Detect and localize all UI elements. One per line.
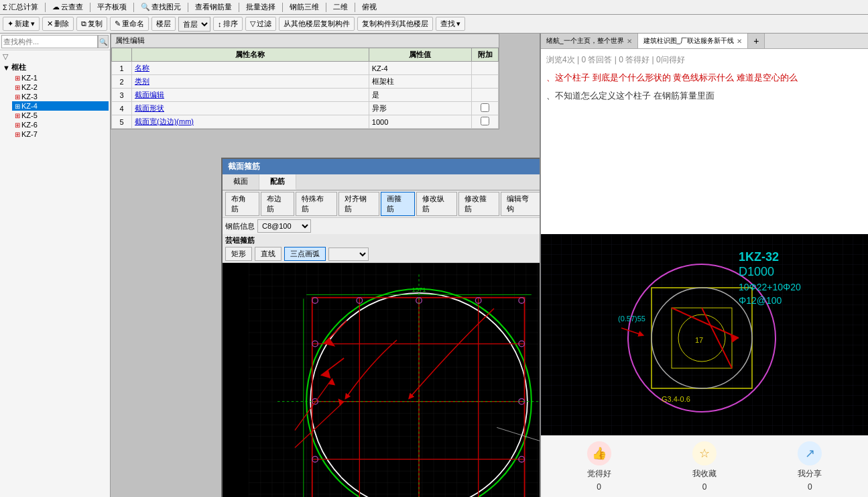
tab-section[interactable]: 截面 xyxy=(223,174,259,190)
tab-home-close[interactable]: ✕ xyxy=(627,38,632,45)
kz7-label: KZ-7 xyxy=(21,130,38,138)
tree-item-kz7[interactable]: ⊞ KZ-7 xyxy=(12,129,109,139)
collapse-icon: ▼ xyxy=(3,64,10,72)
rename-icon: ✎ xyxy=(115,19,121,28)
bottom-actions: 👍 觉得好 0 ☆ 我收藏 0 ↗ 我分享 0 xyxy=(541,435,868,497)
tree-item-root[interactable]: ▼ 框柱 xyxy=(1,62,109,73)
search-input[interactable] xyxy=(1,35,98,48)
col-add: 附加 xyxy=(472,48,499,62)
row4-add[interactable] xyxy=(472,102,499,115)
btn-arc[interactable]: 三点画弧 xyxy=(284,247,326,261)
tree-item-kz1[interactable]: ⊞ KZ-1 xyxy=(12,73,109,82)
btn-filter[interactable]: ▽ 过滤 xyxy=(245,17,276,31)
btn-new[interactable]: ✦ 新建 ▾ xyxy=(3,17,40,31)
row3-num: 3 xyxy=(112,89,132,102)
btn-floor[interactable]: 楼层 xyxy=(151,17,176,31)
dialog-title: 截面箍筋 ✕ xyxy=(223,159,540,174)
action-star[interactable]: ☆ 我收藏 0 xyxy=(692,441,717,492)
btn-rename[interactable]: ✎ 重命名 xyxy=(110,17,149,31)
btn-modify-stirrup[interactable]: 修改箍筋 xyxy=(458,192,499,216)
btn-line[interactable]: 直线 xyxy=(255,247,282,261)
col-name: 属性名称 xyxy=(132,48,369,62)
row4-checkbox[interactable] xyxy=(481,103,489,112)
tree-root-label: 框柱 xyxy=(11,62,26,72)
row1-value[interactable]: KZ-4 xyxy=(369,62,471,75)
like-label: 觉得好 xyxy=(587,468,611,480)
sep1 xyxy=(45,3,46,12)
btn-delete[interactable]: ✕ 删除 xyxy=(42,17,74,31)
toolbar-sum[interactable]: Σ 汇总计算 xyxy=(3,2,38,12)
attr-row-2: 2 类别 框架柱 xyxy=(112,75,499,89)
top-toolbar: Σ 汇总计算 ☁ 云查查 平齐板项 🔍 查找图元 查看钢筋量 批量选择 钢筋三维… xyxy=(0,0,868,15)
sort-icon: ↕ xyxy=(218,20,222,28)
btn-edge-rebar[interactable]: 布边筋 xyxy=(261,192,295,216)
tab-building[interactable]: 建筑柱识图_厂联达服务新干线 ✕ xyxy=(638,34,749,48)
svg-text:Φ12@100: Φ12@100 xyxy=(739,295,782,306)
sub-select[interactable] xyxy=(328,247,369,261)
browser-tabs: 绪航_一个主页，整个世界 ✕ 建筑柱识图_厂联达服务新干线 ✕ + xyxy=(541,34,868,49)
btn-align-rebar[interactable]: 对齐钢筋 xyxy=(338,192,379,216)
btn-modify-longit[interactable]: 修改纵筋 xyxy=(416,192,457,216)
row5-checkbox[interactable] xyxy=(481,117,489,125)
btn-rect[interactable]: 矩形 xyxy=(225,247,252,261)
sub-row: 矩形 直线 三点画弧 xyxy=(225,247,540,261)
sum-icon: Σ xyxy=(3,3,7,11)
tab-home[interactable]: 绪航_一个主页，整个世界 ✕ xyxy=(541,34,638,48)
btn-corner-rebar[interactable]: 布角筋 xyxy=(225,192,259,216)
kz-icon-3: ⊞ xyxy=(15,93,20,101)
toolbar-cloud[interactable]: ☁ 云查查 xyxy=(52,2,83,12)
delete-icon: ✕ xyxy=(47,19,53,28)
row2-name[interactable]: 类别 xyxy=(132,75,369,89)
toolbar-view[interactable]: 俯视 xyxy=(362,2,377,12)
floor-select[interactable]: 首层 xyxy=(178,17,210,32)
row5-name[interactable]: 截面宽(边边)(mm) xyxy=(132,115,369,129)
toolbar-batch[interactable]: 批量选择 xyxy=(246,2,275,12)
sep5 xyxy=(239,3,239,12)
dialog-toolbar: 布角筋 布边筋 特殊布筋 对齐钢筋 画箍筋 修改纵筋 修改箍筋 编辑弯钩 端头伸… xyxy=(223,190,540,218)
btn-sort[interactable]: ↕ 排序 xyxy=(213,17,243,31)
tree-item-kz6[interactable]: ⊞ KZ-6 xyxy=(12,120,109,129)
row2-value[interactable]: 框架柱 xyxy=(369,75,471,89)
btn-copy[interactable]: ⧉ 复制 xyxy=(76,17,107,31)
tree-item-kz4[interactable]: ⊞ KZ-4 xyxy=(12,101,109,111)
search-button[interactable]: 🔍 xyxy=(98,35,109,48)
btn-copy-floor[interactable]: 从其他楼层复制构件 xyxy=(279,17,355,31)
btn-special-rebar[interactable]: 特殊布筋 xyxy=(296,192,336,216)
row1-name[interactable]: 名称 xyxy=(132,62,369,75)
row3-name[interactable]: 截面编辑 xyxy=(132,89,369,102)
btn-draw-stirrup[interactable]: 画箍筋 xyxy=(381,192,415,216)
kz-icon-5: ⊞ xyxy=(15,112,20,119)
rebar-info-row: 钢筋信息 C8@100 xyxy=(223,218,540,234)
row3-value[interactable]: 是 xyxy=(369,89,471,102)
section-svg: 1571 1371 全部纵筋 16C22 xyxy=(223,263,540,497)
col-value: 属性值 xyxy=(369,48,471,62)
row5-value[interactable]: 1000 xyxy=(369,115,471,129)
toolbar-rebar[interactable]: 查看钢筋量 xyxy=(195,2,232,12)
btn-copy-to-floor[interactable]: 复制构件到其他楼层 xyxy=(357,17,433,31)
left-panel: 🔍 ▽ ▼ 框柱 ⊞ KZ-1 ⊞ KZ-2 xyxy=(0,34,111,497)
row4-value[interactable]: 异形 xyxy=(369,102,471,115)
star-icon: ☆ xyxy=(692,441,717,465)
tree-children: ⊞ KZ-1 ⊞ KZ-2 ⊞ KZ-3 ⊞ KZ-4 ⊞ KZ-5 xyxy=(1,73,109,139)
toolbar-find[interactable]: 🔍 查找图元 xyxy=(141,2,181,12)
toolbar-2d[interactable]: 二维 xyxy=(333,2,348,12)
row5-add[interactable] xyxy=(472,115,499,129)
tree-item-kz2[interactable]: ⊞ KZ-2 xyxy=(12,82,109,92)
tree-item-kz5[interactable]: ⊞ KZ-5 xyxy=(12,111,109,120)
action-like[interactable]: 👍 觉得好 0 xyxy=(587,441,611,492)
row4-name[interactable]: 截面形状 xyxy=(132,102,369,115)
kz4-label: KZ-4 xyxy=(21,102,38,110)
btn-edit-hook[interactable]: 编辑弯钩 xyxy=(501,192,540,216)
rebar-info-select[interactable]: C8@100 xyxy=(257,219,311,233)
tab-new[interactable]: + xyxy=(748,34,765,48)
tree-filter-row: ▽ xyxy=(1,52,109,62)
tab-building-close[interactable]: ✕ xyxy=(737,38,742,45)
tab-rebar[interactable]: 配筋 xyxy=(259,174,296,190)
toolbar-align[interactable]: 平齐板项 xyxy=(97,2,127,12)
kz3-label: KZ-3 xyxy=(21,93,38,101)
toolbar-3d[interactable]: 钢筋三维 xyxy=(290,2,319,12)
attr-row-4: 4 截面形状 异形 xyxy=(112,102,499,115)
btn-find[interactable]: 查找 ▾ xyxy=(436,17,465,31)
tree-item-kz3[interactable]: ⊞ KZ-3 xyxy=(12,92,109,101)
action-share[interactable]: ↗ 我分享 0 xyxy=(798,441,822,492)
